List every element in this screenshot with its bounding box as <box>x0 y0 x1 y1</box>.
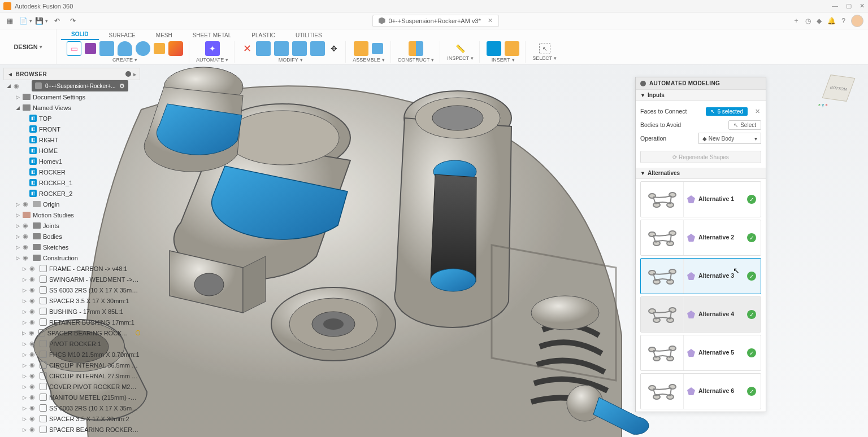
shell-icon[interactable] <box>310 41 325 56</box>
insert-decal-icon[interactable] <box>505 41 519 56</box>
alternative-card[interactable]: Alternative 3✓ <box>640 258 761 294</box>
tree-view-item[interactable]: ◧FRONT <box>3 124 140 134</box>
workspace-dropdown[interactable]: DESIGN <box>0 29 57 64</box>
minimize-button[interactable]: — <box>832 2 838 10</box>
document-tab[interactable]: 0+-+Suspension+Rocker+AM v3* ✕ <box>372 15 499 27</box>
visibility-icon[interactable]: ◉ <box>14 82 21 90</box>
undo-icon[interactable]: ↶ <box>52 16 62 26</box>
file-menu-icon[interactable]: 📄 <box>20 16 31 26</box>
view-cube[interactable]: BOTTOM z y x <box>823 71 857 105</box>
save-icon[interactable]: 💾 <box>36 16 46 26</box>
am-alternatives-header[interactable]: ▼Alternatives <box>636 168 766 179</box>
measure-icon[interactable]: 📏 <box>455 43 466 54</box>
tree-component[interactable]: ▷◉SPACER 3.5 X 17 X 30mm:1 <box>3 295 140 306</box>
tree-component[interactable]: ▷◉SS 6003 2RS (10 X 17 X 35mm):2 <box>3 403 140 413</box>
group-label-assemble[interactable]: ASSEMBLE <box>353 57 385 63</box>
group-label-select[interactable]: SELECT <box>532 55 557 61</box>
tab-mesh[interactable]: MESH <box>146 30 183 40</box>
construct-plane-icon[interactable] <box>409 41 423 56</box>
new-design-icon[interactable]: ＋ <box>793 16 800 25</box>
box-primitive-icon[interactable] <box>99 41 114 56</box>
user-avatar[interactable] <box>851 15 863 27</box>
create-form-icon[interactable] <box>85 43 96 54</box>
tree-doc-settings[interactable]: ▷Document Settings <box>3 91 140 102</box>
tree-component[interactable]: ▷◉MANITOU METEL (215mm) -> v2:1 <box>3 392 140 403</box>
tab-solid[interactable]: SOLID <box>61 29 99 40</box>
tree-component[interactable]: ▷◉SS 6003 2RS (10 X 17 X 35mm):1 <box>3 285 140 295</box>
tree-view-item[interactable]: ◧TOP <box>3 113 140 124</box>
am-panel-header[interactable]: AUTOMATED MODELING <box>636 77 766 90</box>
browser-header[interactable]: ◄ BROWSER ▸ <box>3 68 140 80</box>
sphere-primitive-icon[interactable] <box>136 41 150 56</box>
automated-modeling-icon[interactable]: ✦ <box>205 41 220 56</box>
alternative-card[interactable]: Alternative 4✓ <box>640 296 761 333</box>
expand-icon[interactable]: ◢ <box>6 83 11 89</box>
redo-icon[interactable]: ↷ <box>68 16 78 26</box>
joint-icon[interactable] <box>354 41 368 56</box>
tree-component[interactable]: ▷◉FHCS M10 21.5mm X 0.70mm:1 <box>3 349 140 360</box>
tree-component[interactable]: ▷◉COVER PIVOT ROCKER M27.9 X 1... <box>3 381 140 392</box>
new-sketch-icon[interactable]: ▭ <box>67 41 81 56</box>
revolve-icon[interactable] <box>168 41 183 56</box>
tree-named-views[interactable]: ◢Named Views <box>3 102 140 113</box>
alternative-card[interactable]: Alternative 5✓ <box>640 335 761 371</box>
as-built-joint-icon[interactable] <box>372 43 383 54</box>
move-icon[interactable]: ✥ <box>328 43 340 54</box>
tree-component[interactable]: ▷◉SPACER 3.5 X 17 X 30mm:2 <box>3 413 140 424</box>
alternative-card[interactable]: Alternative 2✓ <box>640 220 761 256</box>
tree-view-item[interactable]: ◧Homev1 <box>3 156 140 167</box>
tab-plastic[interactable]: PLASTIC <box>241 30 285 40</box>
group-label-modify[interactable]: MODIFY <box>279 57 303 63</box>
tab-utilities[interactable]: UTILITIES <box>285 30 332 40</box>
group-label-insert[interactable]: INSERT <box>492 57 515 63</box>
tree-motion-studies[interactable]: ▷Motion Studies <box>3 209 140 220</box>
press-pull-icon[interactable] <box>256 41 271 56</box>
apps-grid-icon[interactable]: ▦ <box>5 16 15 26</box>
chamfer-icon[interactable] <box>292 41 307 56</box>
group-label-create[interactable]: CREATE <box>112 57 137 63</box>
view-cube-face[interactable]: BOTTOM <box>822 75 856 102</box>
tree-component[interactable]: ▷◉CIRCLIP INTERNAL 36.5mm OD:1 <box>3 360 140 370</box>
am-operation-dropdown[interactable]: ◆ New Body▾ <box>698 133 761 144</box>
cylinder-primitive-icon[interactable] <box>118 41 132 56</box>
notifications-icon[interactable]: 🔔 <box>827 17 836 25</box>
tree-folder[interactable]: ▷◉Joints <box>3 220 140 231</box>
tree-component[interactable]: ▷◉FRAME - CARBON -> v48:1 <box>3 263 140 274</box>
am-regenerate-button[interactable]: ⟳ Regenerate Shapes <box>640 151 761 163</box>
close-button[interactable]: ✕ <box>860 2 865 10</box>
tree-view-item[interactable]: ◧HOME <box>3 145 140 156</box>
browser-collapse-icon[interactable]: ▸ <box>133 71 137 77</box>
tree-origin[interactable]: ▷◉Origin <box>3 199 140 209</box>
group-label-construct[interactable]: CONSTRUCT <box>398 57 435 63</box>
tree-folder[interactable]: ▷◉Sketches <box>3 242 140 252</box>
tree-component[interactable]: ▷◉RETAINER BUSHING 17mm:1 <box>3 317 140 327</box>
browser-root[interactable]: 0+-+Suspension+Rocker+... ⚙ <box>32 80 128 91</box>
tree-component[interactable]: ▷◉CIRCLIP INTERNAL 27.9mm OD:1 <box>3 370 140 381</box>
am-inputs-header[interactable]: ▼Inputs <box>636 90 766 101</box>
root-options-icon[interactable]: ⚙ <box>119 82 125 90</box>
extrude-icon[interactable] <box>154 43 165 54</box>
job-status-icon[interactable]: ◆ <box>817 17 822 25</box>
document-close-icon[interactable]: ✕ <box>488 17 493 24</box>
fillet-icon[interactable] <box>274 41 289 56</box>
tree-component[interactable]: ▷◉SPACER BEARING ROCKER - ... <box>3 327 140 338</box>
group-label-inspect[interactable]: INSPECT <box>447 55 474 61</box>
am-faces-selection-chip[interactable]: ↖6 selected <box>706 107 748 116</box>
help-icon[interactable]: ? <box>841 17 845 25</box>
tree-component[interactable]: ▷◉BUSHING - 17mm X 85L:1 <box>3 306 140 317</box>
insert-derive-icon[interactable] <box>487 41 501 56</box>
tree-view-item[interactable]: ◧ROCKER_1 <box>3 177 140 188</box>
tree-view-item[interactable]: ◧ROCKER <box>3 167 140 177</box>
tree-view-item[interactable]: ◧ROCKER_2 <box>3 188 140 199</box>
extensions-icon[interactable]: ◷ <box>805 17 811 25</box>
maximize-button[interactable]: ▢ <box>846 2 852 10</box>
tree-folder[interactable]: ▷◉Construction <box>3 252 140 263</box>
tab-surface[interactable]: SURFACE <box>99 30 146 40</box>
am-bodies-select-button[interactable]: ↖Select <box>728 120 761 130</box>
am-faces-clear-icon[interactable]: ✕ <box>753 108 761 115</box>
tree-component[interactable]: ▷◉PIVOT ROCKER:1 <box>3 338 140 349</box>
tab-sheet-metal[interactable]: SHEET METAL <box>183 30 242 40</box>
delete-icon[interactable]: ✕ <box>241 43 253 54</box>
browser-opts-icon[interactable] <box>125 71 131 77</box>
tree-component[interactable]: ▷◉SWINGARM - WELDMENT -> v32:1 <box>3 274 140 285</box>
